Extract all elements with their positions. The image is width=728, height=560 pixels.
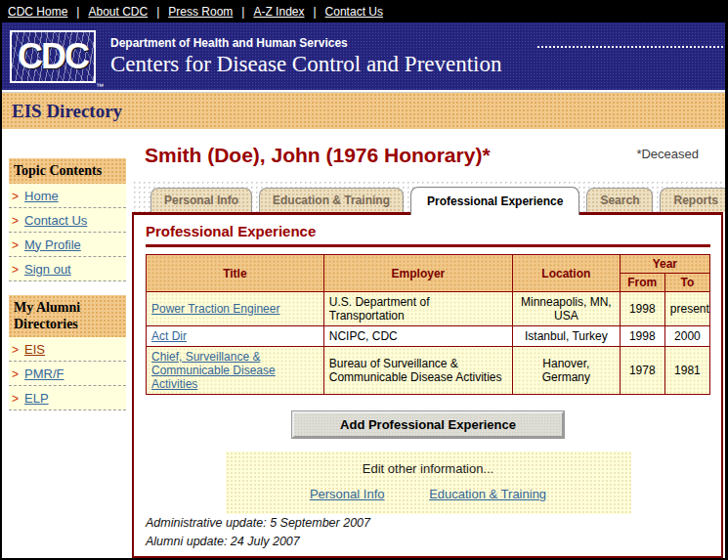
sidebar-item-contact-us[interactable]: > Contact Us [9, 208, 126, 233]
cdc-logo[interactable]: CDC ™ [10, 30, 96, 83]
year-from-cell: 1998 [620, 292, 664, 326]
table-row: Power Traction Engineer U.S. Department … [147, 292, 710, 326]
edit-link-education-training[interactable]: Education & Training [429, 487, 546, 501]
site-section-title: EIS Directory [12, 101, 122, 122]
sidebar-item-elp[interactable]: > ELP [9, 386, 126, 410]
cdc-logo-text: CDC [18, 36, 88, 77]
sidebar-item-eis[interactable]: > EIS [9, 337, 126, 362]
sidebar-link-sign-out[interactable]: Sign out [24, 262, 71, 277]
alumni-update: Alumni update: 24 July 2007 [146, 533, 710, 551]
header-text-block: Department of Health and Human Services … [110, 36, 502, 77]
column-header-employer: Employer [323, 255, 512, 292]
edit-link-personal-info[interactable]: Personal Info [310, 487, 385, 501]
page-body: Topic Contents > Home > Contact Us > My … [2, 129, 725, 558]
tab-personal-info[interactable]: Personal Info [150, 188, 252, 212]
red-arrow-icon: > [12, 367, 19, 381]
top-nav-bar: CDC Home | About CDC | Press Room | A-Z … [2, 0, 725, 22]
year-from-cell: 1998 [620, 326, 664, 347]
separator: | [76, 5, 79, 19]
column-header-title: Title [147, 255, 324, 292]
heading-rule [146, 244, 710, 247]
sidebar-item-home[interactable]: > Home [9, 184, 126, 208]
main-content: Smith (Doe), John (1976 Honorary)* *Dece… [132, 129, 725, 558]
sidebar-header-my-alumni-directories: My Alumni Directories [9, 295, 126, 337]
sidebar-link-home[interactable]: Home [24, 189, 59, 203]
red-arrow-icon: > [12, 214, 19, 228]
year-to-cell: 2000 [664, 326, 709, 347]
red-arrow-icon: > [12, 343, 19, 357]
topnav-link-cdc-home[interactable]: CDC Home [8, 5, 67, 19]
topnav-link-contact-us[interactable]: Contact Us [325, 5, 383, 19]
deceased-note: *Deceased [636, 147, 699, 161]
tab-bar: Personal Info Education & Training Profe… [132, 180, 723, 212]
column-header-to: To [664, 274, 709, 292]
page: CDC Home | About CDC | Press Room | A-Z … [0, 0, 728, 560]
red-arrow-icon: > [12, 392, 19, 406]
year-to-cell: present [664, 292, 709, 326]
sidebar-items: > Home > Contact Us > My Profile > Sign … [9, 184, 126, 281]
sidebar-item-pmrf[interactable]: > PMR/F [9, 362, 126, 386]
page-title: Smith (Doe), John (1976 Honorary)* [145, 144, 491, 167]
edit-links: Personal Info Education & Training [226, 487, 631, 501]
topnav-link-press-room[interactable]: Press Room [168, 5, 233, 19]
experience-title-link[interactable]: Power Traction Engineer [151, 302, 279, 316]
table-header-row: Title Employer Location Year [147, 255, 710, 274]
sidebar-items: > EIS > PMR/F > ELP [9, 337, 126, 410]
department-name: Department of Health and Human Services [110, 36, 502, 50]
tab-reports[interactable]: Reports [660, 188, 728, 212]
employer-cell: U.S. Department of Transportation [323, 292, 512, 326]
organization-name: Centers for Disease Control and Preventi… [110, 52, 502, 77]
sidebar-section-topic-contents: Topic Contents > Home > Contact Us > My … [9, 158, 126, 281]
sidebar-section-my-alumni-directories: My Alumni Directories > EIS > PMR/F > EL… [9, 295, 126, 410]
column-header-location: Location [513, 255, 621, 292]
location-cell: Istanbul, Turkey [513, 326, 621, 347]
dotted-divider [537, 46, 723, 48]
sidebar-item-sign-out[interactable]: > Sign out [9, 257, 126, 281]
sidebar-item-my-profile[interactable]: > My Profile [9, 233, 126, 257]
tab-professional-experience[interactable]: Professional Experience [410, 187, 579, 215]
column-header-from: From [620, 274, 664, 292]
topnav-link-az-index[interactable]: A-Z Index [253, 5, 304, 19]
location-cell: Minneapolis, MN, USA [513, 292, 621, 326]
table-row: Chief, Surveillance & Communicable Disea… [147, 347, 710, 395]
sidebar-header-topic-contents: Topic Contents [9, 158, 126, 184]
edit-box-heading: Edit other information... [226, 461, 631, 476]
column-header-year: Year [620, 255, 709, 274]
sidebar-link-eis[interactable]: EIS [24, 342, 45, 357]
experience-title-link[interactable]: Act Dir [151, 329, 187, 343]
sidebar: Topic Contents > Home > Contact Us > My … [2, 129, 132, 558]
edit-other-information-box: Edit other information... Personal Info … [226, 452, 631, 514]
separator: | [241, 5, 244, 19]
experience-title-link[interactable]: Chief, Surveillance & Communicable Disea… [151, 350, 276, 391]
topnav-link-about-cdc[interactable]: About CDC [88, 5, 148, 19]
red-arrow-icon: > [12, 238, 19, 252]
sidebar-link-my-profile[interactable]: My Profile [24, 237, 81, 252]
section-heading: Professional Experience [146, 223, 710, 244]
red-arrow-icon: > [12, 190, 19, 203]
sidebar-link-elp[interactable]: ELP [24, 391, 49, 406]
button-row: Add Professional Experience [146, 411, 710, 438]
add-professional-experience-button[interactable]: Add Professional Experience [292, 411, 564, 438]
employer-cell: NCIPC, CDC [323, 326, 512, 347]
separator: | [156, 5, 159, 19]
separator: | [313, 5, 316, 19]
tab-education-training[interactable]: Education & Training [259, 188, 404, 212]
location-cell: Hanover, Germany [513, 347, 621, 395]
professional-experience-panel: Professional Experience Title Employer L… [132, 212, 723, 558]
sidebar-link-contact-us[interactable]: Contact Us [24, 213, 87, 228]
tab-search[interactable]: Search [586, 188, 653, 212]
sidebar-link-pmrf[interactable]: PMR/F [24, 366, 64, 381]
title-row: Smith (Doe), John (1976 Honorary)* *Dece… [132, 129, 723, 167]
trademark-symbol: ™ [96, 82, 104, 91]
experience-table: Title Employer Location Year From To Pow… [146, 254, 710, 395]
eis-directory-banner: EIS Directory [2, 93, 725, 129]
update-footer: Administrative update: 5 September 2007 … [146, 514, 710, 554]
administrative-update: Administrative update: 5 September 2007 [146, 514, 710, 533]
red-arrow-icon: > [12, 263, 19, 277]
year-from-cell: 1978 [620, 347, 664, 395]
year-to-cell: 1981 [664, 347, 709, 395]
employer-cell: Bureau of Surveillance & Communicable Di… [323, 347, 512, 395]
cdc-header-banner: CDC ™ Department of Health and Human Ser… [2, 22, 725, 90]
table-row: Act Dir NCIPC, CDC Istanbul, Turkey 1998… [147, 326, 710, 347]
